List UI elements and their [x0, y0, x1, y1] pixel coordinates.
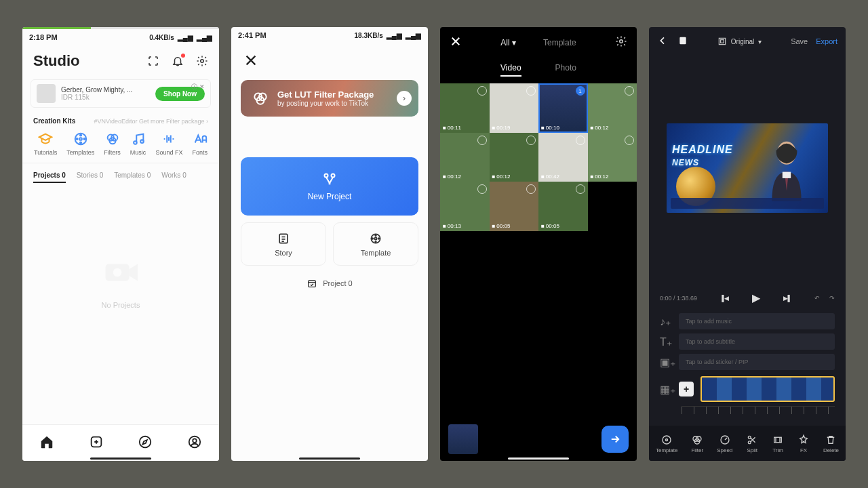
redo-icon[interactable]: ↷ — [829, 295, 835, 302]
aspect-selector[interactable]: Original ▾ — [717, 37, 762, 46]
tool-trim[interactable]: Trim — [772, 434, 784, 453]
svg-point-22 — [332, 174, 335, 178]
svg-point-26 — [375, 235, 376, 236]
bottom-nav — [22, 424, 219, 461]
scan-icon[interactable] — [147, 55, 159, 67]
tab-stories[interactable]: Stories 0 — [77, 171, 103, 183]
kit-templates[interactable]: Templates — [66, 131, 94, 156]
signal-icon: ▂▄▆ — [387, 32, 402, 39]
media-item[interactable]: ■ 00:05 — [538, 182, 588, 231]
filter-all[interactable]: All ▾ — [500, 38, 516, 47]
add-clip-button[interactable]: + — [679, 382, 694, 396]
next-frame-icon[interactable]: ▶▌ — [783, 295, 792, 302]
signal-icon: ▂▄▆ — [406, 32, 421, 39]
media-item[interactable]: ■ 00:11 — [440, 83, 490, 133]
video-track-icon[interactable]: ▦₊ — [660, 383, 672, 396]
media-item[interactable]: ■ 00:05 — [490, 182, 539, 231]
media-item[interactable]: 1■ 00:10 — [538, 83, 588, 133]
tool-speed[interactable]: Speed — [717, 434, 732, 453]
nav-home-icon[interactable] — [39, 434, 54, 452]
template-button[interactable]: Template — [333, 222, 418, 266]
media-grid: ■ 00:11 ■ 00:19 1■ 00:10 ■ 00:12 ■ 00:12… — [440, 83, 637, 231]
empty-label: No Projects — [22, 301, 219, 309]
creation-kits-more[interactable]: #VNVideoEditor Get more Filter package › — [94, 118, 208, 125]
tool-split[interactable]: Split — [746, 434, 758, 453]
undo-icon[interactable]: ↶ — [814, 295, 820, 302]
svg-point-2 — [79, 138, 82, 140]
svg-point-4 — [83, 138, 85, 140]
new-project-button[interactable]: New Project — [241, 157, 418, 216]
svg-rect-33 — [719, 38, 725, 44]
export-button[interactable]: Export — [816, 37, 837, 45]
close-button[interactable] — [231, 41, 428, 76]
template-link[interactable]: Template — [543, 38, 576, 47]
tool-delete[interactable]: Delete — [823, 434, 839, 453]
gear-icon[interactable] — [615, 35, 627, 49]
tab-video[interactable]: Video — [500, 63, 521, 77]
nav-profile-icon[interactable] — [187, 434, 202, 452]
media-item[interactable]: ■ 00:19 — [490, 83, 539, 133]
lut-banner[interactable]: Get LUT Filter Package by posting your w… — [241, 80, 418, 117]
close-icon[interactable] — [450, 35, 462, 49]
svg-rect-36 — [783, 172, 791, 178]
tab-photo[interactable]: Photo — [555, 63, 576, 77]
subtitle-track[interactable]: Tap to add subtitle — [679, 333, 835, 350]
ad-title: Gerber, Grow Mighty, ... — [61, 86, 150, 94]
proceed-button[interactable] — [601, 426, 629, 453]
kit-soundfx[interactable]: Sound FX — [155, 131, 182, 156]
preview-anchor — [766, 138, 808, 201]
nav-add-icon[interactable] — [89, 434, 104, 452]
banner-title: Get LUT Filter Package — [277, 89, 374, 100]
new-project-label: New Project — [308, 192, 352, 201]
svg-point-3 — [80, 134, 81, 136]
kit-filters[interactable]: Filters — [104, 131, 121, 156]
tab-projects[interactable]: Projects 0 — [33, 171, 66, 183]
svg-point-6 — [76, 138, 77, 140]
kit-tutorials[interactable]: Tutorials — [34, 131, 57, 156]
timeline-ruler[interactable] — [682, 406, 835, 414]
kit-music[interactable]: Music — [130, 131, 146, 156]
media-item[interactable]: ■ 00:12 — [588, 133, 637, 182]
svg-rect-34 — [720, 40, 724, 43]
media-item[interactable]: ■ 00:13 — [440, 182, 490, 231]
nav-explore-icon[interactable] — [138, 434, 153, 452]
creation-kits-label: Creation Kits — [33, 117, 75, 125]
music-track-icon[interactable]: ♪₊ — [660, 315, 672, 328]
status-net: 0.4KB/s — [149, 34, 174, 41]
svg-point-31 — [620, 40, 623, 43]
svg-point-11 — [140, 140, 144, 143]
preview-lower-third — [671, 198, 824, 209]
svg-point-0 — [201, 60, 204, 63]
play-icon[interactable]: ▶ — [752, 291, 760, 304]
media-item[interactable]: ■ 00:12 — [490, 133, 539, 182]
kit-fonts[interactable]: Fonts — [192, 131, 208, 156]
media-item[interactable]: ■ 00:12 — [440, 133, 490, 182]
media-item[interactable]: ■ 00:42 — [538, 133, 588, 182]
signal-icon: ▂▄▆ — [178, 34, 193, 41]
prev-frame-icon[interactable]: ▐◀ — [719, 295, 728, 302]
sticker-track-icon[interactable]: ▣₊ — [660, 356, 672, 369]
tool-fx[interactable]: FX — [797, 434, 810, 453]
draft-icon[interactable] — [677, 35, 688, 47]
svg-point-25 — [374, 237, 376, 239]
tab-templates[interactable]: Templates 0 — [114, 171, 151, 183]
media-item[interactable]: ■ 00:12 — [588, 83, 637, 133]
story-button[interactable]: Story — [241, 222, 326, 266]
video-clip[interactable] — [701, 376, 835, 402]
project-row[interactable]: Project 0 — [241, 278, 418, 289]
back-icon[interactable] — [657, 35, 668, 47]
bell-icon[interactable] — [172, 55, 184, 67]
ad-close-icon[interactable]: ⓘ ✕ — [191, 83, 205, 92]
video-preview[interactable]: HEADLINENEWS — [667, 123, 828, 213]
tool-template[interactable]: Template — [656, 434, 677, 453]
gear-icon[interactable] — [196, 55, 208, 67]
sticker-track[interactable]: Tap to add sticker / PIP — [679, 354, 835, 370]
music-track[interactable]: Tap to add music — [679, 313, 835, 329]
tool-filter[interactable]: Filter — [691, 434, 703, 453]
subtitle-track-icon[interactable]: T₊ — [660, 336, 672, 348]
selected-thumb[interactable] — [448, 424, 478, 454]
banner-arrow-icon[interactable]: › — [397, 91, 412, 106]
ad-banner[interactable]: Gerber, Grow Mighty, ... IDR 115k Shop N… — [31, 79, 211, 108]
save-button[interactable]: Save — [791, 37, 808, 45]
tab-works[interactable]: Works 0 — [161, 171, 186, 183]
